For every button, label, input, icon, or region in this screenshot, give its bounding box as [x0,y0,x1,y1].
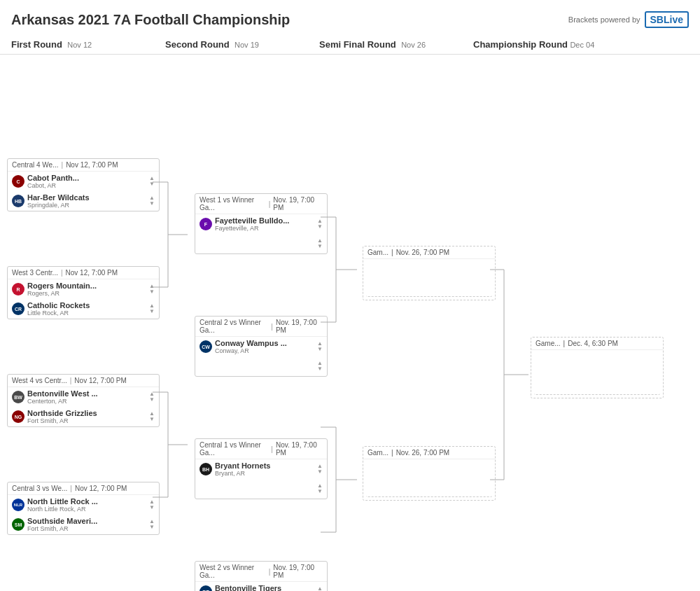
score-arrows-4-1: ▲▼ [149,499,155,510]
team-name-2-1: Rogers Mountain... [27,281,146,290]
team-row-1-2: HB Har-Ber Wildcats Springdale, AR ▲▼ [8,191,159,211]
score-arrows-s3-1: ▲▼ [317,464,323,475]
first-round-match-1: Central 4 We... | Nov 12, 7:00 PM C Cabo… [7,155,160,214]
rounds-bar: First Round Nov 12 Second Round Nov 19 S… [0,35,700,55]
semi-match-2: Gam... | Nov. 26, 7:00 PM [363,443,496,503]
team-info-4-1: North Little Rock ... North Little Rock,… [27,497,146,513]
match-card-3: West 4 vs Centr... | Nov 12, 7:00 PM BW … [7,374,160,427]
match-header-1: Central 4 We... | Nov 12, 7:00 PM [8,159,159,172]
team-name-4-2: Southside Maveri... [27,517,146,525]
match-card-s3: Central 1 vs Winner Ga... | Nov. 19, 7:0… [195,438,328,499]
match-header-s4: West 2 vs Winner Ga... | Nov. 19, 7:00 P… [195,562,327,582]
semi-label-2: Gam... [368,449,388,457]
semi-match-1: Gam... | Nov. 26, 7:00 PM [363,243,496,303]
header: Arkansas 2021 7A Football Championship B… [0,0,700,35]
team-name-s2-1: Conway Wampus ... [215,339,314,347]
match-date-3: Nov 12, 7:00 PM [74,377,126,384]
match-date-s1: Nov. 19, 7:00 PM [273,196,323,211]
team-logo-2-1: R [12,283,24,296]
team-info-2-1: Rogers Mountain... Rogers, AR [27,281,146,297]
score-arrows-s2-1: ▲▼ [317,341,323,352]
score-arrows-3-1: ▲▼ [149,391,155,403]
match-label-3: West 4 vs Centr... [12,377,67,384]
score-arrows-s1-2: ▲▼ [317,238,323,249]
match-label-s4: West 2 vs Winner Ga... [200,564,266,579]
team-location-4-1: North Little Rock, AR [27,506,146,513]
team-row-s3-2: ▲▼ [195,479,327,499]
team-row-s3-1: BH Bryant Hornets Bryant, AR ▲▼ [195,459,327,479]
page: Arkansas 2021 7A Football Championship B… [0,0,700,591]
team-location-1-2: Springdale, AR [27,202,146,209]
semi-round-col: Gam... | Nov. 26, 7:00 PM Gam... | Nov. … [363,64,496,503]
semi-label-1: Gam... [368,249,388,256]
first-round-match-2: West 3 Centr... | Nov 12, 7:00 PM R Roge… [7,263,160,322]
semi-date-2: Nov. 26, 7:00 PM [396,449,450,457]
match-date-s4: Nov. 19, 7:00 PM [273,564,323,579]
match-label-1: Central 4 We... [12,161,59,169]
team-row-2-1: R Rogers Mountain... Rogers, AR ▲▼ [8,279,159,299]
team-logo-4-2: SM [12,518,24,531]
team-row-s2-2: ▲▼ [195,356,327,376]
score-arrows-s1-1: ▲▼ [317,218,323,230]
match-card-s1: West 1 vs Winner Ga... | Nov. 19, 7:00 P… [195,193,328,254]
match-header-semi-2: Gam... | Nov. 26, 7:00 PM [363,447,495,459]
round-date-2: Nov 19 [234,41,259,49]
match-date-s2: Nov. 19, 7:00 PM [276,319,323,334]
match-header-2: West 3 Centr... | Nov 12, 7:00 PM [8,267,159,279]
match-label-2: West 3 Centr... [12,269,58,277]
team-info-s3-1: Bryant Hornets Bryant, AR [215,461,314,477]
match-date-2: Nov 12, 7:00 PM [66,269,118,277]
round-label-1: First Round [11,39,62,50]
team-location-s3-1: Bryant, AR [215,470,314,477]
team-row-s1-2: ▲▼ [195,234,327,253]
round-date-3: Nov 26 [401,41,426,49]
match-date-s3: Nov. 19, 7:00 PM [276,441,323,457]
second-round-match-3: Central 1 vs Winner Ga... | Nov. 19, 7:0… [195,436,328,502]
match-header-semi-1: Gam... | Nov. 26, 7:00 PM [363,246,495,259]
first-round-col: Central 4 We... | Nov 12, 7:00 PM C Cabo… [7,64,160,538]
team-name-1-2: Har-Ber Wildcats [27,193,146,202]
team-location-1-1: Cabot, AR [27,182,146,189]
match-label-4: Central 3 vs We... [12,485,67,492]
team-name-2-2: Catholic Rockets [27,301,146,310]
team-row-4-2: SM Southside Maveri... Fort Smith, AR ▲▼ [8,515,159,534]
score-arrows-4-2: ▲▼ [149,519,155,530]
bracket-area: Central 4 We... | Nov 12, 7:00 PM C Cabo… [0,57,700,591]
round-label-3: Semi Final Round [319,39,396,50]
team-logo-3-1: BW [12,391,24,403]
team-name-s1-1: Fayetteville Bulldo... [215,216,314,225]
team-logo-2-2: CR [12,303,24,315]
team-location-s1-1: Fayetteville, AR [215,225,314,232]
team-row-3-2: NG Northside Grizzlies Fort Smith, AR ▲▼ [8,407,159,426]
team-name-s3-1: Bryant Hornets [215,461,314,470]
second-round-match-4: West 2 vs Winner Ga... | Nov. 19, 7:00 P… [195,558,328,591]
team-info-3-1: Bentonville West ... Centerton, AR [27,389,146,405]
second-round-match-1: West 1 vs Winner Ga... | Nov. 19, 7:00 P… [195,190,328,257]
team-logo-s4-1: BT [200,585,212,591]
match-header-champ-1: Game... | Dec. 4, 6:30 PM [531,338,663,350]
team-location-2-1: Rogers, AR [27,290,146,297]
team-row-4-1: NLR North Little Rock ... North Little R… [8,495,159,515]
champ-match-1: Game... | Dec. 4, 6:30 PM [531,334,664,401]
powered-by-text: Brackets powered by [568,15,640,24]
team-location-2-2: Little Rock, AR [27,310,146,317]
score-arrows-1-1: ▲▼ [149,176,155,187]
team-info-3-2: Northside Grizzlies Fort Smith, AR [27,409,146,424]
team-location-4-2: Fort Smith, AR [27,525,146,532]
powered-by: Brackets powered by SBLive [568,11,689,28]
match-card-s2: Central 2 vs Winner Ga... | Nov. 19, 7:0… [195,316,328,377]
first-round-match-3: West 4 vs Centr... | Nov 12, 7:00 PM BW … [7,371,160,430]
match-card-semi-1: Gam... | Nov. 26, 7:00 PM [363,246,496,300]
team-logo-3-2: NG [12,410,24,423]
team-info-4-2: Southside Maveri... Fort Smith, AR [27,517,146,532]
team-logo-s1-1: F [200,218,212,230]
round-date-4: Dec 04 [570,41,594,49]
semi-date-1: Nov. 26, 7:00 PM [396,249,450,256]
team-info-s2-1: Conway Wampus ... Conway, AR [215,339,314,354]
match-header-4: Central 3 vs We... | Nov 12, 7:00 PM [8,482,159,495]
score-arrows-s2-2: ▲▼ [317,361,323,372]
team-location-3-2: Fort Smith, AR [27,417,146,424]
team-info-2-2: Catholic Rockets Little Rock, AR [27,301,146,317]
team-row-2-2: CR Catholic Rockets Little Rock, AR ▲▼ [8,299,159,319]
match-card-1: Central 4 We... | Nov 12, 7:00 PM C Cabo… [7,158,160,211]
